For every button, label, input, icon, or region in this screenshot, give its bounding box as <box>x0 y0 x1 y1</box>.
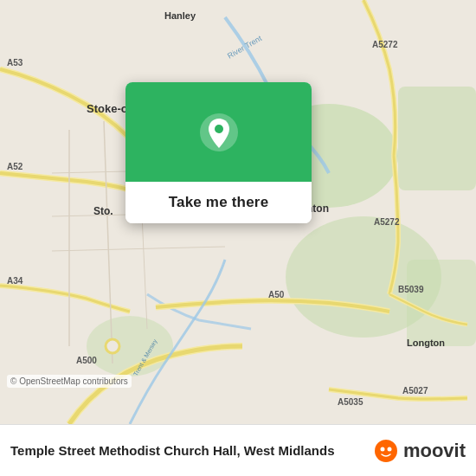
take-me-there-button[interactable]: Take me there <box>125 182 312 223</box>
svg-text:A53: A53 <box>7 58 23 68</box>
svg-text:A34: A34 <box>7 276 23 286</box>
moovit-text: moovit <box>403 440 466 462</box>
moovit-logo: moovit <box>374 439 466 463</box>
svg-text:A5027: A5027 <box>402 386 428 396</box>
moovit-icon <box>374 439 398 463</box>
svg-rect-5 <box>407 260 476 346</box>
svg-text:B5039: B5039 <box>398 285 424 294</box>
location-pin-icon <box>198 112 240 153</box>
svg-text:Sto.: Sto. <box>93 205 113 217</box>
svg-point-35 <box>387 447 391 451</box>
popup-header <box>125 82 312 182</box>
svg-text:A5272: A5272 <box>372 40 398 49</box>
svg-text:A5272: A5272 <box>374 217 400 227</box>
svg-point-33 <box>375 440 397 462</box>
map-attribution: © OpenStreetMap contributors <box>7 375 132 388</box>
svg-point-32 <box>215 125 223 133</box>
popup-card: Take me there <box>125 82 312 223</box>
svg-text:A500: A500 <box>76 356 97 365</box>
svg-text:A52: A52 <box>7 162 23 171</box>
svg-point-13 <box>106 339 119 353</box>
svg-text:A5035: A5035 <box>338 397 363 407</box>
svg-text:Hanley: Hanley <box>164 10 196 21</box>
bottom-bar: Temple Street Methodist Church Hall, Wes… <box>0 424 476 476</box>
map-container: A53 A52 A34 A500 A50 A5272 A5272 B5039 A… <box>0 0 476 424</box>
svg-text:A50: A50 <box>268 290 285 299</box>
svg-rect-4 <box>398 87 476 190</box>
svg-point-34 <box>380 447 384 451</box>
place-name-label: Temple Street Methodist Church Hall, Wes… <box>10 443 374 458</box>
svg-text:Longton: Longton <box>407 338 445 348</box>
